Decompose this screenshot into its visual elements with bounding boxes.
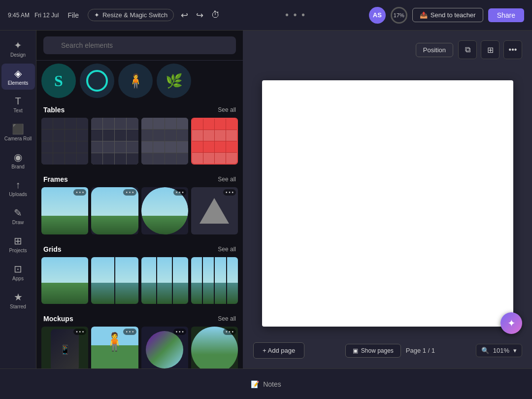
mockup-item-1[interactable]: 📱 • • • bbox=[41, 327, 88, 368]
frame-more-4[interactable]: • • • bbox=[223, 189, 236, 196]
sidebar-item-projects[interactable]: ⊞ Projects bbox=[1, 231, 35, 257]
grid-item-3[interactable] bbox=[141, 257, 188, 304]
element-thumb-2[interactable] bbox=[80, 64, 114, 98]
topbar-right: AS 17% 📤 Send to teacher Share bbox=[369, 7, 524, 24]
sidebar-item-brand[interactable]: ◉ Brand bbox=[1, 147, 35, 173]
share-button[interactable]: Share bbox=[488, 8, 524, 22]
sidebar-label-text: Text bbox=[13, 108, 22, 113]
mockup-more-4[interactable]: • • • bbox=[223, 329, 236, 335]
add-page-button[interactable]: + Add page bbox=[253, 342, 304, 359]
sidebar-item-apps[interactable]: ⊡ Apps bbox=[1, 259, 35, 285]
notes-button[interactable]: 📝 Notes bbox=[245, 377, 287, 391]
element-thumb-1[interactable]: S bbox=[41, 64, 76, 98]
starred-icon: ★ bbox=[14, 291, 23, 303]
page-indicator: Page 1 / 1 bbox=[406, 347, 435, 354]
topbar: 9:45 AM Fri 12 Jul File ✦ Resize & Magic… bbox=[0, 0, 532, 31]
zoom-chevron: ▾ bbox=[513, 347, 517, 354]
grids-section: Grids See all bbox=[36, 240, 243, 310]
send-teacher-button[interactable]: 📤 Send to teacher bbox=[412, 8, 483, 22]
tables-see-all-button[interactable]: See all bbox=[218, 106, 236, 113]
mockup-item-4[interactable]: • • • bbox=[191, 327, 238, 368]
grids-section-header: Grids See all bbox=[41, 240, 238, 257]
notes-icon: 📝 bbox=[251, 380, 259, 388]
canvas-tool-copy[interactable]: ⧉ bbox=[458, 40, 477, 59]
frames-title: Frames bbox=[43, 175, 68, 183]
tables-grid bbox=[41, 118, 238, 165]
frame-item-1[interactable]: • • • bbox=[41, 187, 88, 234]
sidebar-item-elements[interactable]: ◈ Elements bbox=[1, 64, 35, 90]
show-pages-icon: ▣ bbox=[353, 347, 358, 354]
grid-item-4[interactable] bbox=[191, 257, 238, 304]
table-item-1[interactable] bbox=[41, 118, 88, 165]
mockups-grid: 📱 • • • 🧍 • • • • • • bbox=[41, 327, 238, 368]
avatar[interactable]: AS bbox=[369, 7, 386, 24]
main-layout: ✦ Design ◈ Elements T Text ⬛ Camera Roll… bbox=[0, 31, 532, 368]
mockups-section: Mockups See all 📱 • • • 🧍 • • • bbox=[36, 310, 243, 368]
sidebar-item-starred[interactable]: ★ Starred bbox=[1, 287, 35, 313]
frame-item-4[interactable]: • • • bbox=[191, 187, 238, 234]
mockups-see-all-button[interactable]: See all bbox=[218, 315, 236, 322]
frame-item-2[interactable]: • • • bbox=[91, 187, 138, 234]
element-thumb-3[interactable]: 🧍 bbox=[118, 64, 153, 98]
grid-item-2[interactable] bbox=[91, 257, 138, 304]
sidebar-label-starred: Starred bbox=[10, 304, 26, 309]
sidebar-label-draw: Draw bbox=[12, 220, 24, 225]
sidebar-label-design: Design bbox=[10, 52, 26, 58]
zoom-control[interactable]: 🔍 101% ▾ bbox=[476, 344, 522, 357]
table-item-4[interactable] bbox=[191, 118, 238, 165]
frame-more-2[interactable]: • • • bbox=[123, 189, 136, 196]
sidebar-item-design[interactable]: ✦ Design bbox=[1, 35, 35, 62]
tables-section: Tables See all bbox=[36, 101, 243, 170]
file-button[interactable]: File bbox=[64, 9, 83, 21]
canvas-tool-grid[interactable]: ⊞ bbox=[481, 40, 499, 59]
topbar-center: • • • bbox=[228, 9, 363, 21]
sidebar-item-uploads[interactable]: ↑ Uploads bbox=[1, 175, 35, 201]
table-item-2[interactable] bbox=[91, 118, 138, 165]
undo-icon[interactable]: ↩ bbox=[179, 8, 190, 23]
apps-icon: ⊡ bbox=[14, 263, 22, 275]
search-input[interactable] bbox=[43, 36, 236, 54]
left-panel: ✦ Design ◈ Elements T Text ⬛ Camera Roll… bbox=[0, 31, 36, 368]
position-button[interactable]: Position bbox=[416, 43, 453, 57]
element-thumb-4[interactable]: 🌿 bbox=[157, 64, 191, 98]
sidebar-item-draw[interactable]: ✎ Draw bbox=[1, 203, 35, 229]
mockup-more-1[interactable]: • • • bbox=[73, 329, 86, 335]
sidebar-label-brand: Brand bbox=[11, 164, 25, 169]
frame-more-1[interactable]: • • • bbox=[73, 189, 86, 196]
canvas-top-row: Position ⧉ ⊞ ••• bbox=[253, 40, 522, 59]
sidebar-item-text[interactable]: T Text bbox=[1, 92, 35, 117]
mockup-item-2[interactable]: 🧍 • • • bbox=[91, 327, 138, 368]
topbar-left: 9:45 AM Fri 12 Jul File ✦ Resize & Magic… bbox=[8, 8, 222, 23]
canva-assistant-button[interactable]: ✦ bbox=[500, 312, 522, 334]
table-item-3[interactable] bbox=[141, 118, 188, 165]
mockups-section-header: Mockups See all bbox=[41, 310, 238, 327]
mockup-more-3[interactable]: • • • bbox=[173, 329, 186, 335]
frame-item-3[interactable]: • • • bbox=[141, 187, 188, 234]
grid-item-1[interactable] bbox=[41, 257, 88, 304]
topbar-action-icons: ↩ ↪ ⏱ bbox=[179, 8, 222, 23]
show-pages-button[interactable]: ▣ Show pages bbox=[345, 344, 401, 358]
text-icon: T bbox=[15, 96, 21, 107]
mockup-item-3[interactable]: • • • bbox=[141, 327, 188, 368]
magic-icon: ✦ bbox=[94, 11, 100, 19]
frames-section: Frames See all • • • • • • bbox=[36, 170, 243, 240]
sidebar-item-camera-roll[interactable]: ⬛ Camera Roll bbox=[1, 119, 35, 145]
tables-section-header: Tables See all bbox=[41, 101, 238, 118]
timer-icon[interactable]: ⏱ bbox=[209, 8, 222, 23]
frame-more-3[interactable]: • • • bbox=[173, 189, 186, 196]
redo-icon[interactable]: ↪ bbox=[194, 8, 205, 23]
page-controls: ▣ Show pages Page 1 / 1 bbox=[345, 344, 435, 358]
canvas-tool-more[interactable]: ••• bbox=[503, 40, 522, 59]
resize-magic-button[interactable]: ✦ Resize & Magic Switch bbox=[88, 9, 174, 21]
frames-see-all-button[interactable]: See all bbox=[218, 176, 236, 183]
elements-icon: ◈ bbox=[14, 67, 22, 79]
mockup-more-2[interactable]: • • • bbox=[123, 329, 136, 335]
bottom-bar: 📝 Notes bbox=[0, 368, 532, 399]
elements-sidebar: 🔍 S 🧍 🌿 Tables Se bbox=[36, 31, 243, 368]
canvas-bottom-bar: + Add page ▣ Show pages Page 1 / 1 🔍 101… bbox=[253, 342, 522, 359]
mockup-phone: 📱 bbox=[51, 329, 79, 368]
uploads-icon: ↑ bbox=[16, 179, 21, 191]
zoom-value: 101% bbox=[493, 347, 509, 354]
mockup-sticker bbox=[146, 331, 183, 368]
grids-see-all-button[interactable]: See all bbox=[218, 246, 236, 253]
